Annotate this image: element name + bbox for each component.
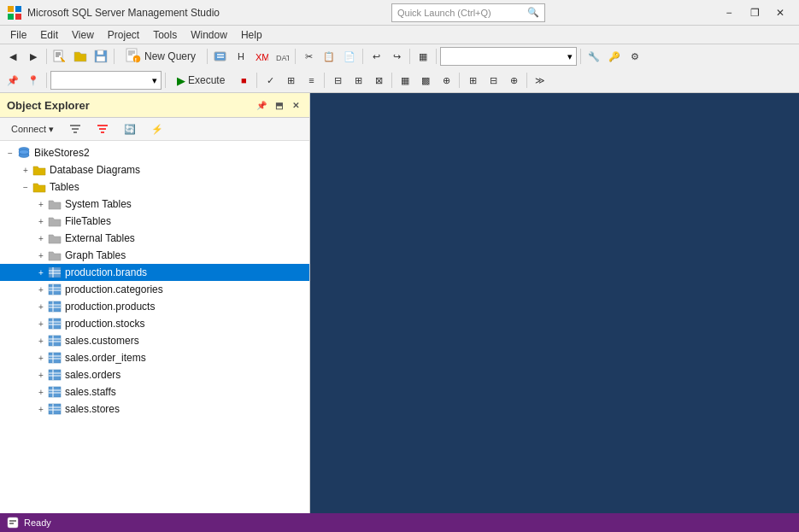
tree-expander-external-tables[interactable]: + <box>34 231 48 245</box>
menu-item-file[interactable]: File <box>3 26 33 44</box>
tree-item-graph-tables[interactable]: + Graph Tables <box>0 247 309 264</box>
tree-expander-prod-categories[interactable]: + <box>34 283 48 296</box>
tree-item-sales-staffs[interactable]: + sales.staffs <box>0 383 309 400</box>
tree-item-bikestores2[interactable]: − BikeStores2 <box>0 144 309 161</box>
panel-pin-icon[interactable]: 📌 <box>255 98 268 112</box>
tree-item-sales-order-items[interactable]: + sales.order_items <box>0 349 309 366</box>
tree-expander-prod-brands[interactable]: + <box>34 266 48 279</box>
tree-expander-sales-order-items[interactable]: + <box>34 351 48 365</box>
tree-node-icon-bikestores2 <box>17 146 31 160</box>
tb-paste[interactable]: 📄 <box>340 47 359 66</box>
tree-expander-graph-tables[interactable]: + <box>34 248 48 262</box>
tree-item-sales-orders[interactable]: + sales.orders <box>0 366 309 383</box>
menu-item-project[interactable]: Project <box>101 26 146 44</box>
oe-refresh-btn[interactable]: 🔄 <box>118 121 142 137</box>
tree-item-prod-stocks[interactable]: + production.stocks <box>0 315 309 332</box>
sep13 <box>391 73 392 88</box>
toolbar-back-btn[interactable]: ◀ <box>3 47 22 66</box>
tb-key[interactable]: 🔑 <box>605 47 624 66</box>
svg-rect-45 <box>49 319 61 329</box>
tree-expander-sales-staffs[interactable]: + <box>34 385 48 399</box>
tree-item-system-tables[interactable]: + System Tables <box>0 196 309 213</box>
tree-expander-tables[interactable]: − <box>19 180 32 194</box>
tb-undo[interactable]: ↩ <box>367 47 385 66</box>
tree-item-external-tables[interactable]: + External Tables <box>0 230 309 247</box>
tb-btn-4[interactable]: H <box>232 47 250 66</box>
minimize-button[interactable]: − <box>717 3 741 22</box>
toolbar-area: ◀ ▶ ! New Query <box>0 44 799 93</box>
tb-pin[interactable]: 📌 <box>3 71 22 90</box>
quick-launch-box[interactable]: Quick Launch (Ctrl+Q) 🔍 <box>391 3 545 22</box>
tb-stop[interactable]: ■ <box>234 71 253 90</box>
tree-expander-prod-stocks[interactable]: + <box>34 317 48 330</box>
tree-item-filetables[interactable]: + FileTables <box>0 213 309 230</box>
toolbar-forward-btn[interactable]: ▶ <box>24 47 43 66</box>
tree-expander-sales-orders[interactable]: + <box>34 368 48 382</box>
oe-filter-btn[interactable] <box>63 120 87 137</box>
tb-btn-5[interactable]: XML <box>252 47 271 66</box>
tb-results-grid[interactable]: ⊞ <box>281 71 300 90</box>
title-bar-left: Microsoft SQL Server Management Studio <box>7 5 220 20</box>
menu-item-tools[interactable]: Tools <box>146 26 184 44</box>
tb-layout1[interactable]: ⊟ <box>328 71 347 90</box>
panel-close-icon[interactable]: ✕ <box>289 98 303 112</box>
menu-item-help[interactable]: Help <box>234 26 269 44</box>
tree-expander-prod-products[interactable]: + <box>34 300 48 313</box>
sep1 <box>46 49 47 64</box>
execute-button[interactable]: ▶ Execute <box>169 70 232 91</box>
tb-btn-6[interactable]: DAT <box>273 47 291 66</box>
tb-filter[interactable]: ▦ <box>414 47 432 66</box>
tree-expander-sales-stores[interactable]: + <box>34 402 48 416</box>
menu-item-view[interactable]: View <box>65 26 101 44</box>
tb-copy[interactable]: 📋 <box>320 47 338 66</box>
oe-sync-btn[interactable]: ⚡ <box>145 121 169 137</box>
toolbar-save-btn[interactable] <box>91 47 110 66</box>
tree-item-prod-categories[interactable]: + production.categories <box>0 281 309 298</box>
tb-cut[interactable]: ✂ <box>299 47 318 66</box>
toolbar-dropdown[interactable]: ▾ <box>440 47 577 66</box>
tree-item-sales-customers[interactable]: + sales.customers <box>0 332 309 349</box>
tb-extra[interactable]: ≫ <box>531 71 549 90</box>
connect-button[interactable]: Connect ▾ <box>5 121 60 137</box>
tb-parse[interactable]: ✓ <box>261 71 279 90</box>
tb-table1[interactable]: ▦ <box>396 71 414 90</box>
close-button[interactable]: ✕ <box>768 3 792 22</box>
oe-filter2-btn[interactable] <box>91 120 115 137</box>
restore-button[interactable]: ❐ <box>743 3 767 22</box>
dropdown-arrow-icon: ▾ <box>567 51 573 62</box>
panel-undock-icon[interactable]: ⬒ <box>272 98 285 112</box>
tb-results-text[interactable]: ≡ <box>302 71 320 90</box>
menu-item-edit[interactable]: Edit <box>33 26 65 44</box>
tree-item-db-diagrams[interactable]: + Database Diagrams <box>0 161 309 178</box>
tb-layout3[interactable]: ⊠ <box>369 71 388 90</box>
tb-pin2[interactable]: 📍 <box>24 71 43 90</box>
tb-table3[interactable]: ⊕ <box>437 71 455 90</box>
tb-wrench[interactable]: 🔧 <box>585 47 603 66</box>
tb-sql1[interactable]: ⊞ <box>463 71 482 90</box>
tb-settings[interactable]: ⚙ <box>626 47 644 66</box>
toolbar-dropdown-2[interactable]: ▾ <box>50 71 162 90</box>
new-query-button[interactable]: ! New Query <box>118 46 203 67</box>
tree-expander-system-tables[interactable]: + <box>34 197 48 211</box>
tree-item-sales-stores[interactable]: + sales.stores <box>0 400 309 418</box>
toolbar-open-btn[interactable] <box>71 47 90 66</box>
menu-item-window[interactable]: Window <box>184 26 234 44</box>
tree-expander-bikestores2[interactable]: − <box>3 146 17 160</box>
tree-item-prod-brands[interactable]: + production.brands <box>0 264 309 281</box>
toolbar-new-btn[interactable] <box>50 47 69 66</box>
tree-item-prod-products[interactable]: + production.products <box>0 298 309 315</box>
tb-sql3[interactable]: ⊕ <box>504 71 523 90</box>
tree-expander-db-diagrams[interactable]: + <box>19 163 32 177</box>
tree-label-prod-categories: production.categories <box>65 284 163 295</box>
tb-layout2[interactable]: ⊞ <box>349 71 367 90</box>
svg-rect-53 <box>49 353 61 363</box>
tb-sql2[interactable]: ⊟ <box>484 71 502 90</box>
tree-expander-filetables[interactable]: + <box>34 214 48 228</box>
tb-redo[interactable]: ↪ <box>387 47 406 66</box>
svg-text:XML: XML <box>256 52 268 62</box>
tree-expander-sales-customers[interactable]: + <box>34 334 48 348</box>
tb-table2[interactable]: ▩ <box>416 71 435 90</box>
tree-item-tables[interactable]: − Tables <box>0 178 309 196</box>
sep9 <box>46 73 47 88</box>
tb-btn-3[interactable] <box>211 47 230 66</box>
